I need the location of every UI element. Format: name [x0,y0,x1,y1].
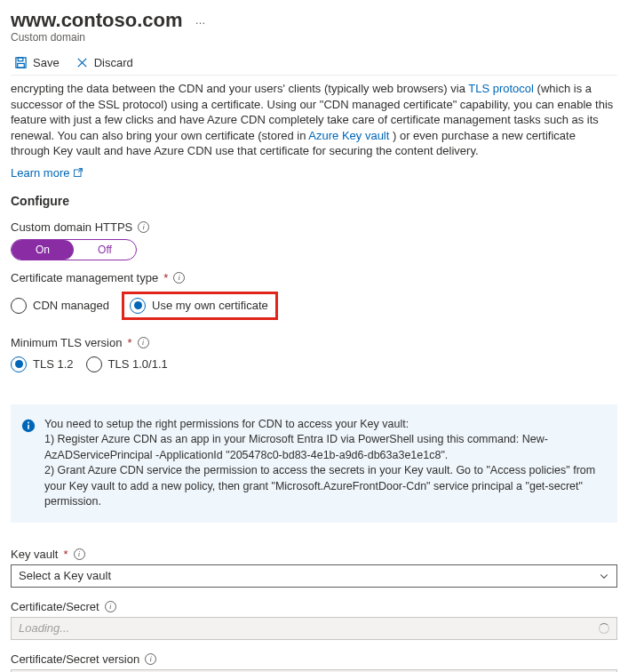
close-icon [76,56,89,69]
permissions-info-box: You need to setup the right permissions … [11,404,617,523]
learn-more-link[interactable]: Learn more [11,166,69,180]
discard-label: Discard [94,56,133,69]
radio-cdn-managed[interactable]: CDN managed [11,298,109,314]
certificate-secret-version-label: Certificate/Secret version i [11,652,156,666]
svg-rect-1 [18,58,23,61]
more-actions-button[interactable]: … [192,14,211,27]
save-label: Save [33,56,60,69]
discard-button[interactable]: Discard [72,56,133,69]
command-bar: Save Discard [11,56,617,76]
page-subtitle: Custom domain [11,31,617,44]
chevron-down-icon [599,571,609,581]
radio-own-certificate[interactable]: Use my own certificate [130,298,268,314]
external-link-icon [73,167,83,178]
info-icon [21,419,36,433]
info-icon[interactable]: i [74,548,85,560]
toggle-off-label: Off [74,240,136,260]
info-icon[interactable]: i [138,337,149,348]
key-vault-select[interactable]: Select a Key vault [11,564,617,588]
key-vault-label: Key vault * i [11,548,85,561]
radio-tls-10-label: TLS 1.0/1.1 [108,357,168,371]
svg-line-6 [78,169,83,173]
info-icon[interactable]: i [105,601,116,612]
radio-cdn-managed-label: CDN managed [33,299,109,312]
svg-rect-2 [18,63,25,68]
loading-text: Loading... [19,621,69,635]
info-icon[interactable]: i [173,272,185,284]
cert-management-type-label: Certificate management type * i [11,271,185,284]
certificate-secret-select: Loading... [11,617,617,640]
svg-rect-8 [28,425,29,429]
info-icon[interactable]: i [138,221,149,233]
radio-tls-10[interactable]: TLS 1.0/1.1 [86,356,168,372]
highlight-own-certificate: Use my own certificate [122,292,278,320]
spinner-icon [599,623,609,634]
radio-own-certificate-label: Use my own certificate [152,299,268,312]
min-tls-version-label: Minimum TLS version * i [11,336,149,349]
save-button[interactable]: Save [11,56,60,69]
svg-point-9 [28,421,29,423]
radio-tls-12-label: TLS 1.2 [33,357,74,371]
intro-text: encrypting the data between the CDN and … [11,81,617,159]
toggle-on-label: On [12,240,74,260]
key-vault-placeholder: Select a Key vault [19,569,111,582]
configure-heading: Configure [11,194,617,208]
page-title: www.contoso.com [11,9,183,32]
certificate-secret-label: Certificate/Secret i [11,600,116,613]
save-icon [14,56,28,69]
https-toggle[interactable]: On Off [11,239,137,260]
radio-tls-12[interactable]: TLS 1.2 [11,356,74,372]
info-icon[interactable]: i [145,653,156,665]
tls-protocol-link[interactable]: TLS protocol [468,82,534,95]
custom-domain-https-label: Custom domain HTTPS i [11,220,149,234]
azure-key-vault-link[interactable]: Azure Key vault [308,129,389,142]
